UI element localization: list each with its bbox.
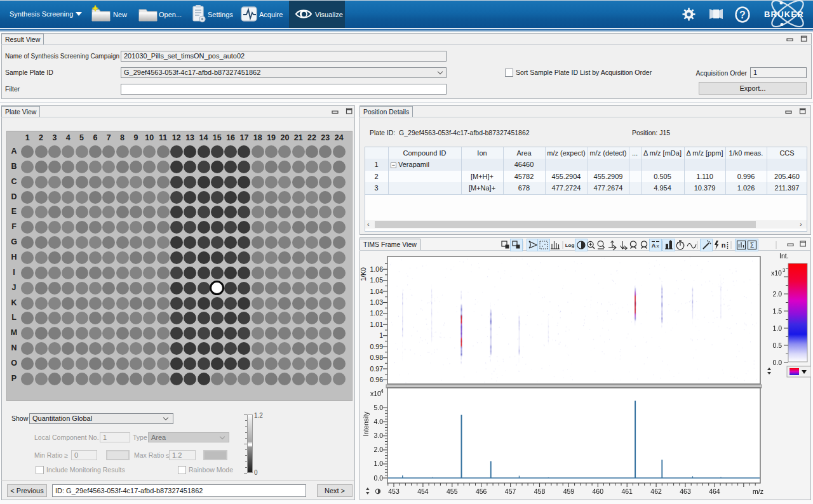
- svg-text:0.0: 0.0: [373, 474, 383, 482]
- svg-text:3: 3: [783, 267, 786, 273]
- svg-text:Int.: Int.: [779, 252, 789, 260]
- svg-text:0.5: 0.5: [772, 342, 782, 349]
- svg-text:1: 1: [379, 331, 383, 339]
- svg-text:1.06: 1.06: [370, 265, 384, 273]
- svg-text:A: A: [652, 242, 656, 249]
- svg-text:5.0: 5.0: [373, 404, 383, 411]
- svg-text:0.98: 0.98: [370, 354, 384, 361]
- svg-text:0.97: 0.97: [370, 365, 384, 373]
- svg-text:1.5: 1.5: [772, 307, 782, 315]
- svg-text:1.04: 1.04: [370, 288, 384, 295]
- svg-text:n: n: [722, 241, 726, 249]
- svg-text:454: 454: [417, 487, 429, 495]
- svg-text:458: 458: [534, 487, 546, 495]
- svg-text:464: 464: [709, 487, 720, 495]
- svg-text:0.99: 0.99: [370, 343, 384, 350]
- svg-text:4.0: 4.0: [373, 418, 383, 425]
- svg-text:1.01: 1.01: [370, 321, 384, 328]
- svg-text:3.0: 3.0: [373, 432, 383, 439]
- svg-text:4: 4: [380, 388, 384, 394]
- svg-text:0.96: 0.96: [370, 376, 384, 383]
- svg-text:x10: x10: [771, 269, 782, 277]
- svg-text:m/z: m/z: [753, 487, 763, 495]
- svg-text:Log: Log: [565, 242, 575, 248]
- svg-text:?: ?: [739, 10, 746, 20]
- svg-text:461: 461: [621, 487, 633, 495]
- svg-text:1.03: 1.03: [370, 298, 384, 306]
- svg-text:x: x: [657, 243, 659, 249]
- svg-text:Intensity: Intensity: [362, 411, 370, 437]
- svg-text:456: 456: [476, 487, 487, 495]
- svg-text:463: 463: [680, 487, 691, 495]
- svg-text:0.0: 0.0: [772, 359, 782, 366]
- svg-text:BRUKER: BRUKER: [764, 10, 804, 19]
- svg-text:1.0: 1.0: [772, 324, 782, 332]
- svg-text:460: 460: [593, 487, 604, 495]
- svg-text:455: 455: [447, 487, 458, 495]
- svg-text:x10: x10: [370, 390, 381, 397]
- svg-text:1.0: 1.0: [373, 460, 383, 467]
- svg-text:459: 459: [563, 487, 575, 495]
- svg-text:1.02: 1.02: [370, 309, 384, 317]
- svg-text:2.0: 2.0: [373, 446, 383, 453]
- svg-text:1.05: 1.05: [370, 276, 384, 284]
- svg-text:457: 457: [505, 487, 516, 495]
- svg-text:462: 462: [650, 487, 662, 495]
- svg-text:Σ: Σ: [750, 242, 754, 249]
- svg-text:2.0: 2.0: [772, 290, 782, 298]
- svg-text:1/K0: 1/K0: [359, 267, 367, 281]
- svg-text:453: 453: [388, 487, 400, 495]
